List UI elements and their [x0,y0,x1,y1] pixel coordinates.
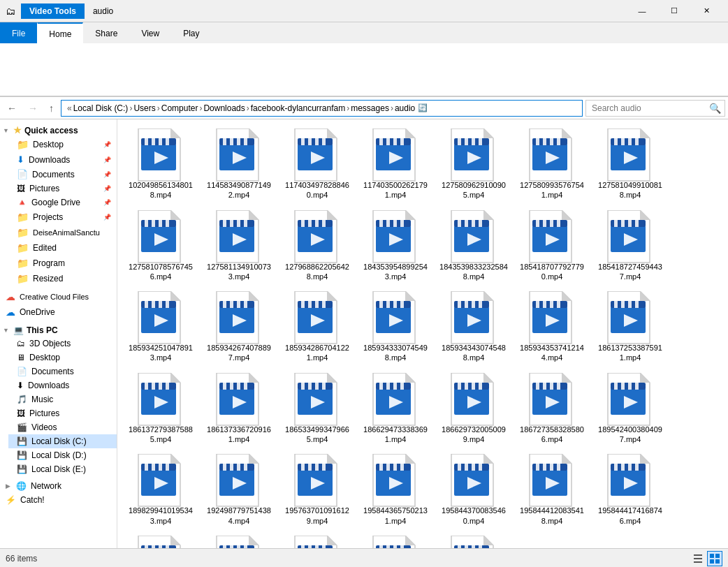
path-computer: Computer [161,103,198,113]
file-item[interactable]: 1861373367209161.mp4 [201,369,277,448]
file-item[interactable]: 1020808350374281 5_.mp4 [279,532,355,548]
sidebar-item-videos[interactable]: 🎬 Videos [8,420,117,434]
sidebar-item-deise[interactable]: 📁 DeiseAnimalSanctu [8,225,117,240]
forward-button[interactable]: → [24,100,42,117]
search-input[interactable] [585,100,725,117]
file-item[interactable]: 1275810785767456.mp4 [123,207,198,286]
file-item[interactable]: 1866297320050099.mp4 [436,369,511,448]
svg-rect-340 [322,545,326,548]
file-item[interactable]: 1867273583285806.mp4 [514,369,590,448]
file-item[interactable]: 1859342674078897.mp4 [201,288,277,367]
svg-rect-166 [458,301,461,308]
file-item[interactable]: 1174035002621791.mp4 [358,125,433,204]
file-item[interactable]: 1020718038742292 5.mp4 [123,532,198,548]
svg-rect-362 [694,561,702,563]
file-item[interactable]: 1861372793875885.mp4 [123,369,198,448]
sidebar-item-edited[interactable]: 📁 Edited [8,240,117,256]
file-item[interactable]: 1275811349100733.mp4 [201,207,277,286]
file-item[interactable]: 1958443700835460.mp4 [436,450,511,529]
sidebar-item-documents[interactable]: 📄 Documents 📌 [8,167,117,182]
file-item[interactable]: 1924987797514384.mp4 [201,450,277,529]
file-item[interactable]: 1958444174168746.mp4 [592,450,668,529]
sidebar-item-creative-cloud[interactable]: ☁ Creative Cloud Files [0,289,117,304]
file-item[interactable]: 1861372533875911.mp4 [592,288,668,367]
tab-share[interactable]: Share [83,22,129,43]
ribbon: File Home Share View Play [0,22,728,97]
file-item[interactable]: 1275810499100818.mp4 [592,125,668,204]
svg-rect-204 [237,383,240,390]
file-item[interactable]: 1843539833232584 8.mp4 [436,207,511,286]
file-item[interactable]: 1957637010916129.mp4 [279,450,355,529]
file-item[interactable]: 1898299410195343.mp4 [123,450,198,529]
sidebar-item-program[interactable]: 📁 Program [8,256,117,271]
file-item[interactable]: 1859342510478913.mp4 [123,288,198,367]
sidebar-item-onedrive[interactable]: ☁ OneDrive [0,304,117,320]
list-view-button[interactable] [690,551,706,566]
file-name: 1275811349100733.mp4 [205,262,273,282]
file-item[interactable]: 1843539548992543.mp4 [358,207,433,286]
close-button[interactable]: ✕ [690,0,722,22]
sidebar-item-projects[interactable]: 📁 Projects 📌 [8,209,117,225]
file-item[interactable]: 1865334993479665.mp4 [279,369,355,448]
mp4-icon [214,128,264,179]
file-item[interactable]: 1145834908771492.mp4 [201,125,277,204]
svg-rect-229 [458,383,461,390]
sidebar-item-desktop-pc[interactable]: 🖥 Desktop [8,351,117,364]
svg-rect-363 [710,554,714,558]
file-item[interactable]: 1020804287488719.mp4 [201,532,277,548]
file-item[interactable]: 1859343537412144.mp4 [514,288,590,367]
back-button[interactable]: ← [3,100,21,117]
sidebar-item-googledrive[interactable]: 🔺 Google Drive 📌 [8,196,117,209]
file-item[interactable]: 1958444120835418.mp4 [514,450,590,529]
sidebar-item-pictures[interactable]: 🖼 Pictures 📌 [8,182,117,196]
minimize-button[interactable]: — [626,0,658,22]
file-item[interactable]: 1020864633977336 4.mp4 [358,532,433,548]
tab-view[interactable]: View [129,22,171,43]
network-icon: 🌐 [16,481,27,491]
file-item[interactable]: 1279688622056428.mp4 [279,207,355,286]
sidebar-item-catch[interactable]: ⚡ Catch! [0,493,117,507]
file-name: 1865334993479665.mp4 [283,425,351,445]
tab-play[interactable]: Play [171,22,211,43]
window-controls[interactable]: — ☐ ✕ [626,0,722,22]
maximize-button[interactable]: ☐ [658,0,690,22]
file-item[interactable]: 1859342867041221.mp4 [279,288,355,367]
svg-rect-364 [715,554,720,558]
grid-view-button[interactable] [707,551,722,566]
sidebar-item-pictures-pc[interactable]: 🖼 Pictures [8,406,117,420]
this-pc-header[interactable]: ▼ 💻 This PC [0,323,117,337]
tab-file[interactable]: File [0,22,37,43]
file-item[interactable]: 1854187077927790.mp4 [514,207,590,286]
file-item[interactable]: 1958443657502131.mp4 [358,450,433,529]
file-item[interactable]: 1859343330745498.mp4 [358,288,433,367]
sidebar-label: 3D Objects [29,339,71,348]
file-item[interactable]: 1275809629100905.mp4 [436,125,511,204]
file-item[interactable]: 1854187274594437.mp4 [592,207,668,286]
svg-rect-22 [301,138,305,145]
file-item[interactable]: 1020864634077338 9.mp4 [436,532,511,548]
file-item[interactable]: 1895424003804097.mp4 [592,369,668,448]
sidebar-item-local-c[interactable]: 💾 Local Disk (C:) [8,434,117,448]
file-item[interactable]: 1859343430745488.mp4 [436,288,511,367]
file-item[interactable]: 1275809935767541.mp4 [514,125,590,204]
up-button[interactable]: ↑ [45,100,58,117]
sidebar-item-local-e[interactable]: 💾 Local Disk (E:) [8,462,117,476]
quick-access-header[interactable]: ▼ ★ Quick access [0,122,117,137]
file-item[interactable]: 1020498561348018.mp4 [123,125,198,204]
sidebar-item-downloads[interactable]: ⬇ Downloads 📌 [8,152,117,167]
sidebar-item-local-d[interactable]: 💾 Local Disk (D:) [8,448,117,462]
sidebar-item-downloads-pc[interactable]: ⬇ Downloads [8,378,117,392]
sidebar-item-desktop[interactable]: 📁 Desktop 📌 [8,137,117,152]
docs-icon: 📄 [17,367,27,376]
address-path[interactable]: « Local Disk (C:) › Users › Computer › D… [61,100,583,117]
file-item[interactable]: 1174034978288460.mp4 [279,125,355,204]
file-item[interactable]: 1866294733383691.mp4 [358,369,433,448]
sidebar-item-docs-pc[interactable]: 📄 Documents [8,364,117,378]
sidebar-item-resized[interactable]: 📁 Resized [8,271,117,286]
sidebar-item-music[interactable]: 🎵 Music [8,392,117,406]
svg-rect-213 [315,383,319,390]
tab-home[interactable]: Home [37,22,83,43]
svg-rect-203 [230,383,233,390]
sidebar-item-3d[interactable]: 🗂 3D Objects [8,337,117,351]
sidebar-item-network[interactable]: ▶ 🌐 Network [0,479,117,493]
